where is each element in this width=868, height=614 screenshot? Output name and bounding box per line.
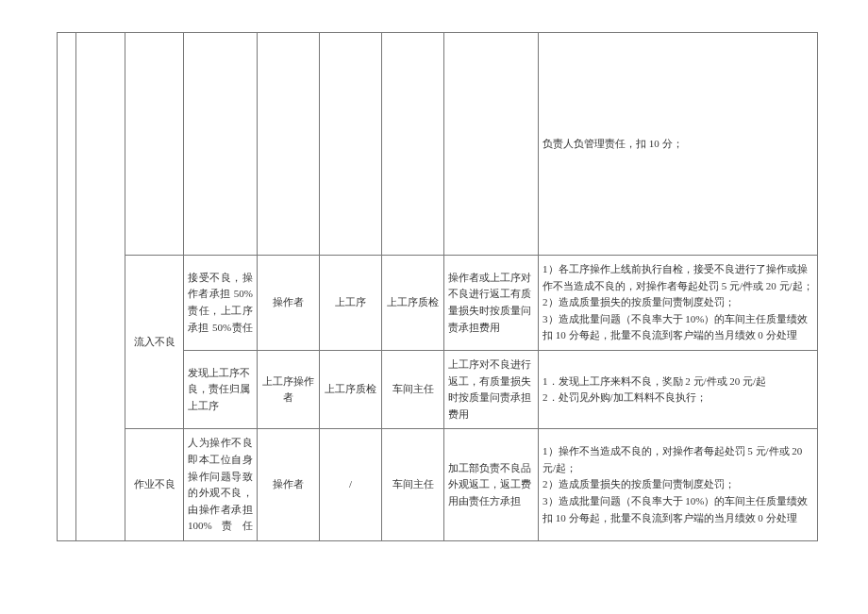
cell <box>184 33 258 256</box>
cell: 上工序 <box>320 256 382 351</box>
cell: / <box>320 429 382 541</box>
cell: 上工序质检 <box>320 350 382 428</box>
cell: 负责人负管理责任，扣 10 分； <box>539 33 818 256</box>
page: 负责人负管理责任，扣 10 分； 流入不良 接受不良，操作者承担 50%责任，上… <box>0 0 868 614</box>
cell: 人为操作不良即本工位自身操作问题导致的外观不良，由操作者承担 100%责任 <box>184 429 258 541</box>
cell-flowin: 流入不良 <box>125 256 184 429</box>
cell <box>320 33 382 256</box>
cell <box>444 33 539 256</box>
cell: 车间主任 <box>382 350 444 428</box>
cell <box>76 33 125 541</box>
cell: 操作者 <box>258 429 320 541</box>
policy-table: 负责人负管理责任，扣 10 分； 流入不良 接受不良，操作者承担 50%责任，上… <box>57 32 818 541</box>
cell-operation: 作业不良 <box>125 429 184 541</box>
cell: 加工部负责不良品外观返工，返工费用由责任方承担 <box>444 429 539 541</box>
cell: 上工序质检 <box>382 256 444 351</box>
cell: 发现上工序不良，责任归属上工序 <box>184 350 258 428</box>
cell: 接受不良，操作者承担 50%责任，上工序承担 50%责任 <box>184 256 258 351</box>
cell <box>258 33 320 256</box>
cell <box>125 33 184 256</box>
cell: 上工序对不良进行返工，有质量损失时按质量问责承担费用 <box>444 350 539 428</box>
cell: 操作者或上工序对不良进行返工有质量损失时按质量问责承担费用 <box>444 256 539 351</box>
cell: 操作者 <box>258 256 320 351</box>
table-row: 流入不良 接受不良，操作者承担 50%责任，上工序承担 50%责任 操作者 上工… <box>58 256 818 351</box>
cell: 1）各工序操作上线前执行自检，接受不良进行了操作或操作不当造成不良的，对操作者每… <box>539 256 818 351</box>
table-row: 负责人负管理责任，扣 10 分； <box>58 33 818 256</box>
cell <box>382 33 444 256</box>
table-row: 作业不良 人为操作不良即本工位自身操作问题导致的外观不良，由操作者承担 100%… <box>58 429 818 541</box>
cell: 上工序操作者 <box>258 350 320 428</box>
cell: 1）操作不当造成不良的，对操作者每起处罚 5 元/件或 20 元/起；2）造成质… <box>539 429 818 541</box>
cell <box>58 33 76 541</box>
cell: 1．发现上工序来料不良，奖励 2 元/件或 20 元/起2．处罚见外购/加工料料… <box>539 350 818 428</box>
cell: 车间主任 <box>382 429 444 541</box>
